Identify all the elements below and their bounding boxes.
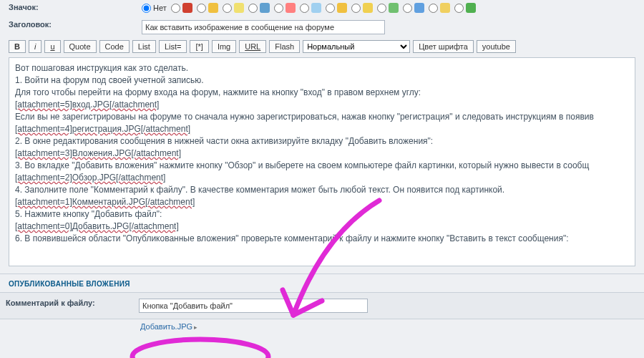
editor-line: Вот пошаговая инструкция как это сделать… xyxy=(15,62,629,74)
editor-line: 5. Нажмите кнопку "Добавить файл": xyxy=(15,208,629,221)
list-item-button[interactable]: [*] xyxy=(190,40,208,53)
editor-line: 4. Заполните поле "Комментарий к файлу".… xyxy=(15,184,629,196)
editor-line: [attachment=5]вход.JPG[/attachment] xyxy=(15,99,629,111)
icon-none-label: Нет xyxy=(153,4,167,12)
icon-option-cloud[interactable] xyxy=(300,3,321,13)
editor-line: [attachment=2]Обзор.JPG[/attachment] xyxy=(15,172,629,184)
svg-point-0 xyxy=(132,339,268,358)
editor-line: 1. Войти на форум под своей учетной запи… xyxy=(15,74,629,87)
warn-icon xyxy=(363,3,373,13)
heart-icon xyxy=(286,3,296,13)
annotation-circle xyxy=(125,335,275,358)
face-cool-icon xyxy=(234,3,244,13)
title-field-label: Заголовок: xyxy=(9,20,52,29)
wink-icon xyxy=(440,3,450,13)
bold-button[interactable]: B xyxy=(9,40,26,53)
green-icon xyxy=(466,3,476,13)
icon-option-face-cool[interactable] xyxy=(223,3,244,13)
list-button[interactable]: List xyxy=(132,40,156,53)
img-button[interactable]: Img xyxy=(212,40,236,53)
tick-icon xyxy=(389,3,399,13)
editor-line: [attachment=3]Вложения.JPG[/attachment] xyxy=(15,147,629,160)
question-icon xyxy=(337,3,347,13)
icon-option-globe[interactable] xyxy=(248,3,270,13)
title-input[interactable] xyxy=(142,20,385,34)
icon-option-star[interactable] xyxy=(197,3,218,13)
font-color-button[interactable]: Цвет шрифта xyxy=(413,40,474,53)
comment-field-label: Комментарий к файлу: xyxy=(6,299,95,307)
url-button[interactable]: URL xyxy=(239,40,266,53)
list-eq-button[interactable]: List= xyxy=(159,40,187,53)
bbcode-toolbar: B i u Quote Code List List= [*] Img URL … xyxy=(0,37,644,57)
editor-line: [attachment=4]регистрация.JPG[/attachmen… xyxy=(15,123,629,135)
code-button[interactable]: Code xyxy=(99,40,130,53)
red-box-icon xyxy=(182,3,192,13)
flash-button[interactable]: Flash xyxy=(269,40,300,53)
icon-option-warn[interactable] xyxy=(351,3,373,13)
icon-option-red-box[interactable] xyxy=(171,3,192,13)
underline-button[interactable]: u xyxy=(44,40,60,53)
chevron-right-icon: ▸ xyxy=(194,324,197,331)
icon-option-info[interactable] xyxy=(403,3,424,13)
editor-line: Если вы не зарегистрированы на форуме то… xyxy=(15,111,629,123)
youtube-button[interactable]: youtube xyxy=(477,40,516,53)
attachments-header: ОПУБЛИКОВАННЫЕ ВЛОЖЕНИЯ xyxy=(0,274,644,292)
attachment-file-link-row: Добавить.JPG▸ xyxy=(0,319,644,331)
quote-button[interactable]: Quote xyxy=(64,40,97,53)
icon-option-heart[interactable] xyxy=(274,3,296,13)
icon-field-label: Значок: xyxy=(9,3,39,11)
italic-button[interactable]: i xyxy=(29,40,42,53)
editor-line: [attachment=1]Комментарий.JPG[/attachmen… xyxy=(15,196,629,208)
editor-line: 3. Во вкладке "Добавить вложения" нажмит… xyxy=(15,160,629,172)
globe-icon xyxy=(260,3,270,13)
editor-line: Для того чтобы перейти на форму входа на… xyxy=(15,87,629,99)
font-size-select[interactable]: Нормальный xyxy=(303,40,410,53)
info-icon xyxy=(414,3,424,13)
icon-radio-group: Нет xyxy=(136,0,644,17)
attachment-file-link[interactable]: Добавить.JPG xyxy=(140,322,192,331)
file-comment-input[interactable] xyxy=(139,299,368,313)
editor-line: 2. В окне редактирования сообщения в ниж… xyxy=(15,135,629,147)
cloud-icon xyxy=(311,3,321,13)
icon-option-tick[interactable] xyxy=(377,3,399,13)
star-icon xyxy=(208,3,218,13)
message-editor[interactable]: Вот пошаговая инструкция как это сделать… xyxy=(9,57,635,266)
icon-option-question[interactable] xyxy=(326,3,347,13)
editor-line: 6. В появившейся области "Опубликованные… xyxy=(15,233,629,245)
icon-option-wink[interactable] xyxy=(429,3,450,13)
icon-option-green[interactable] xyxy=(454,3,476,13)
icon-option-none[interactable]: Нет xyxy=(142,4,167,13)
editor-line: [attachment=0]Добавить.JPG[/attachment] xyxy=(15,221,629,233)
